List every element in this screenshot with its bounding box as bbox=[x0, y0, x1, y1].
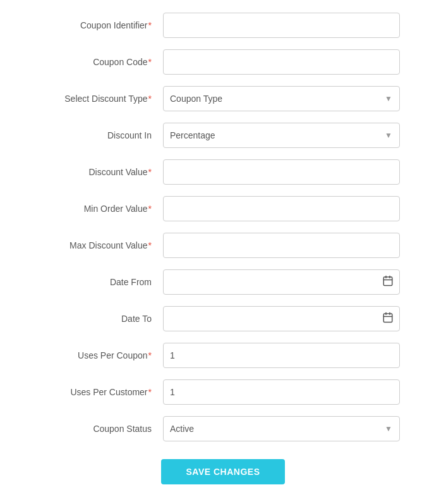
coupon-code-input[interactable] bbox=[163, 49, 400, 75]
coupon-form: Coupon Identifier* Coupon Code* Select D… bbox=[33, 6, 413, 503]
discount-in-select-wrapper: Percentage Fixed Amount ▼ bbox=[163, 123, 400, 148]
required-asterisk: * bbox=[148, 20, 152, 30]
save-button-row: SAVE CHANGES bbox=[46, 453, 400, 484]
required-asterisk: * bbox=[148, 350, 152, 360]
coupon-identifier-row: Coupon Identifier* bbox=[46, 13, 400, 38]
coupon-status-label: Coupon Status bbox=[46, 424, 163, 434]
uses-per-coupon-row: Uses Per Coupon* bbox=[46, 343, 400, 368]
coupon-status-select[interactable]: Active Inactive bbox=[163, 416, 400, 441]
discount-value-input[interactable] bbox=[163, 159, 400, 185]
select-discount-type-row: Select Discount Type* Coupon Type Percen… bbox=[46, 86, 400, 111]
date-to-row: Date To bbox=[46, 306, 400, 331]
discount-in-select[interactable]: Percentage Fixed Amount bbox=[163, 123, 400, 148]
select-discount-type-label: Select Discount Type* bbox=[46, 94, 163, 104]
discount-in-label: Discount In bbox=[46, 130, 163, 140]
save-changes-button[interactable]: SAVE CHANGES bbox=[161, 459, 286, 484]
min-order-value-input[interactable] bbox=[163, 196, 400, 221]
discount-value-row: Discount Value* bbox=[46, 159, 400, 185]
min-order-value-row: Min Order Value* bbox=[46, 196, 400, 221]
uses-per-coupon-input[interactable] bbox=[163, 343, 400, 368]
date-from-wrapper bbox=[163, 269, 400, 295]
max-discount-value-row: Max Discount Value* bbox=[46, 233, 400, 258]
date-from-row: Date From bbox=[46, 269, 400, 295]
coupon-code-row: Coupon Code* bbox=[46, 49, 400, 75]
discount-in-row: Discount In Percentage Fixed Amount ▼ bbox=[46, 123, 400, 148]
uses-per-customer-row: Uses Per Customer* bbox=[46, 379, 400, 405]
discount-type-select-wrapper: Coupon Type Percentage Fixed ▼ bbox=[163, 86, 400, 111]
coupon-identifier-label: Coupon Identifier* bbox=[46, 20, 163, 30]
date-from-label: Date From bbox=[46, 277, 163, 287]
discount-type-select[interactable]: Coupon Type Percentage Fixed bbox=[163, 86, 400, 111]
date-to-input[interactable] bbox=[163, 306, 400, 331]
max-discount-value-input[interactable] bbox=[163, 233, 400, 258]
discount-value-label: Discount Value* bbox=[46, 167, 163, 177]
coupon-identifier-input[interactable] bbox=[163, 13, 400, 38]
required-asterisk: * bbox=[148, 94, 152, 104]
uses-per-coupon-label: Uses Per Coupon* bbox=[46, 350, 163, 360]
coupon-status-select-wrapper: Active Inactive ▼ bbox=[163, 416, 400, 441]
uses-per-customer-label: Uses Per Customer* bbox=[46, 387, 163, 397]
uses-per-customer-input[interactable] bbox=[163, 379, 400, 405]
required-asterisk: * bbox=[148, 57, 152, 67]
coupon-code-label: Coupon Code* bbox=[46, 57, 163, 67]
required-asterisk: * bbox=[148, 167, 152, 177]
coupon-status-row: Coupon Status Active Inactive ▼ bbox=[46, 416, 400, 441]
date-to-label: Date To bbox=[46, 314, 163, 324]
min-order-value-label: Min Order Value* bbox=[46, 204, 163, 214]
max-discount-value-label: Max Discount Value* bbox=[46, 240, 163, 250]
required-asterisk: * bbox=[148, 240, 152, 250]
required-asterisk: * bbox=[148, 204, 152, 214]
date-from-input[interactable] bbox=[163, 269, 400, 295]
date-to-wrapper bbox=[163, 306, 400, 331]
required-asterisk: * bbox=[148, 387, 152, 397]
